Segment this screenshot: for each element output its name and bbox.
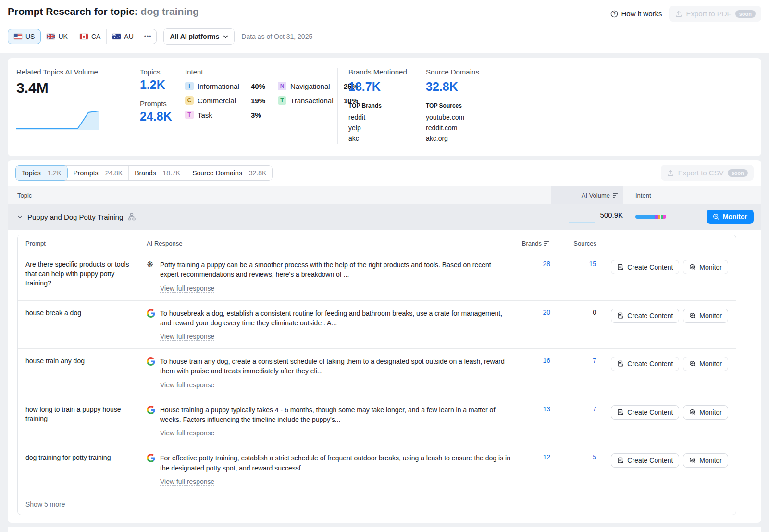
summary-stats-card: Related Topics AI Volume 3.4M Topics 1.2…: [8, 58, 761, 156]
topics-table-header: Topic AI Volume Intent: [8, 186, 761, 204]
view-full-response-link[interactable]: View full response: [160, 381, 214, 389]
monitor-button[interactable]: Monitor: [683, 309, 728, 323]
sources-count[interactable]: 0: [593, 309, 596, 316]
intent-column-header[interactable]: Intent: [623, 186, 685, 204]
brands-count[interactable]: 20: [543, 309, 550, 316]
create-content-button[interactable]: Create Content: [611, 309, 679, 323]
monitor-label: Monitor: [699, 312, 722, 320]
soon-badge: soon: [728, 169, 748, 177]
create-content-icon: [617, 264, 624, 271]
intent-legend: I Informational 40% C Commercial 19% T T…: [185, 82, 337, 119]
sources-count[interactable]: 5: [593, 453, 596, 461]
monitor-button[interactable]: Monitor: [683, 357, 728, 371]
prompts-label: Prompts: [140, 99, 176, 108]
create-content-button[interactable]: Create Content: [611, 260, 679, 274]
topics-main-card: Topics 1.2K Prompts 24.8K Brands 18.7K S…: [8, 160, 761, 523]
ai-response-text: For effective potty training, establish …: [160, 453, 511, 473]
prompt-column-header[interactable]: Prompt: [18, 240, 147, 247]
page-title-prefix: Prompt Research for topic:: [8, 6, 138, 17]
monitor-label: Monitor: [699, 263, 722, 271]
sources-count[interactable]: 15: [589, 260, 596, 268]
view-full-response-link[interactable]: View full response: [160, 478, 214, 486]
ai-platforms-value: All AI platforms: [170, 33, 219, 40]
create-content-button[interactable]: Create Content: [611, 405, 679, 420]
prompt-text: how long to train a puppy house training: [18, 405, 147, 424]
ai-response-text: House training a puppy typically takes 4…: [160, 405, 511, 425]
view-tab[interactable]: Prompts 24.8K: [68, 166, 129, 180]
monitor-button[interactable]: Monitor: [683, 453, 728, 468]
tab-count: 18.7K: [163, 169, 181, 177]
brands-header-label: Brands: [522, 240, 542, 247]
svg-text:?: ?: [613, 12, 616, 16]
openai-icon: ❋: [147, 260, 155, 269]
topic-expand-toggle[interactable]: Puppy and Dog Potty Training: [8, 213, 551, 221]
brands-column-header[interactable]: Brands: [521, 240, 550, 247]
brands-count[interactable]: 28: [543, 260, 550, 268]
intent-name: Transactional: [290, 97, 340, 105]
view-tab[interactable]: Source Domains 32.8K: [186, 166, 272, 180]
related-topics-volume-label: Related Topics AI Volume: [16, 68, 128, 76]
show-more-link[interactable]: Show 5 more: [25, 500, 65, 508]
intent-percent: 19%: [251, 97, 265, 105]
prompt-row: house train any dog To house train any d…: [18, 348, 736, 397]
tab-count: 1.2K: [48, 169, 62, 177]
intent-distribution-bar: [635, 215, 666, 219]
view-tab[interactable]: Topics 1.2K: [15, 165, 68, 181]
intent-percent: 40%: [251, 82, 265, 90]
view-tab[interactable]: Brands 18.7K: [129, 166, 186, 180]
view-full-response-link[interactable]: View full response: [160, 333, 214, 341]
monitor-button[interactable]: Monitor: [683, 260, 728, 274]
how-it-works-link[interactable]: ? How it works: [610, 10, 662, 18]
prompt-row: Are there specific products or tools tha…: [18, 252, 736, 300]
create-content-icon: [617, 360, 624, 367]
intent-badge: C: [185, 96, 194, 105]
monitor-button[interactable]: Monitor: [683, 405, 728, 420]
country-code: UK: [58, 33, 67, 40]
view-full-response-link[interactable]: View full response: [160, 429, 214, 437]
intent-badge: N: [278, 82, 286, 90]
ai-response-column-header: AI Response: [147, 240, 521, 247]
prompts-value: 24.8K: [140, 110, 176, 124]
intent-legend-item: T Task 3%: [185, 111, 265, 119]
brands-count[interactable]: 12: [543, 453, 550, 461]
brands-mentioned-value: 18.7K: [348, 80, 415, 94]
top-source-item: akc.org: [426, 133, 535, 144]
country-tab[interactable]: CA: [74, 29, 107, 44]
country-tab[interactable]: UK: [41, 29, 74, 44]
monitor-label: Monitor: [699, 457, 722, 464]
country-tab[interactable]: AU: [107, 29, 139, 44]
brands-count[interactable]: 16: [543, 357, 550, 364]
intent-name: Commercial: [198, 97, 247, 105]
prompt-row: dog training for potty training For effe…: [18, 445, 736, 494]
monitor-icon: [689, 360, 696, 367]
ai-volume-column-header[interactable]: AI Volume: [551, 186, 623, 204]
create-content-label: Create Content: [627, 360, 673, 368]
sources-count[interactable]: 7: [593, 357, 596, 364]
create-content-icon: [617, 409, 624, 416]
google-icon: [147, 357, 155, 366]
more-countries-button[interactable]: •••: [139, 29, 157, 44]
export-csv-button[interactable]: Export to CSV soon: [661, 165, 754, 181]
volume-trend-sparkline: [16, 110, 99, 130]
sources-column-header[interactable]: Sources: [550, 240, 596, 247]
view-full-response-link[interactable]: View full response: [160, 285, 214, 293]
sources-count[interactable]: 7: [593, 405, 596, 413]
topic-column-header[interactable]: Topic: [8, 186, 551, 204]
intent-name: Navigational: [290, 82, 340, 90]
export-pdf-button[interactable]: Export to PDF soon: [669, 6, 761, 22]
create-content-button[interactable]: Create Content: [611, 357, 679, 371]
intent-legend-item: C Commercial 19%: [185, 96, 265, 105]
data-as-of-label: Data as of Oct 31, 2025: [241, 33, 312, 40]
monitor-button[interactable]: Monitor: [707, 210, 754, 224]
related-topics-volume-value: 3.4M: [16, 80, 128, 96]
intent-legend-item: I Informational 40%: [185, 82, 265, 90]
ai-volume-value: 500.9K: [600, 211, 623, 219]
us-flag-icon: [14, 34, 22, 39]
create-content-icon: [617, 312, 624, 319]
country-tab[interactable]: US: [8, 29, 41, 44]
prompt-row: house break a dog To housebreak a dog, e…: [18, 300, 736, 349]
ai-platforms-dropdown[interactable]: All AI platforms: [163, 28, 235, 45]
brands-count[interactable]: 13: [543, 405, 550, 413]
ai-response-text: Potty training a puppy can be a smoother…: [160, 260, 511, 280]
create-content-button[interactable]: Create Content: [611, 453, 679, 468]
